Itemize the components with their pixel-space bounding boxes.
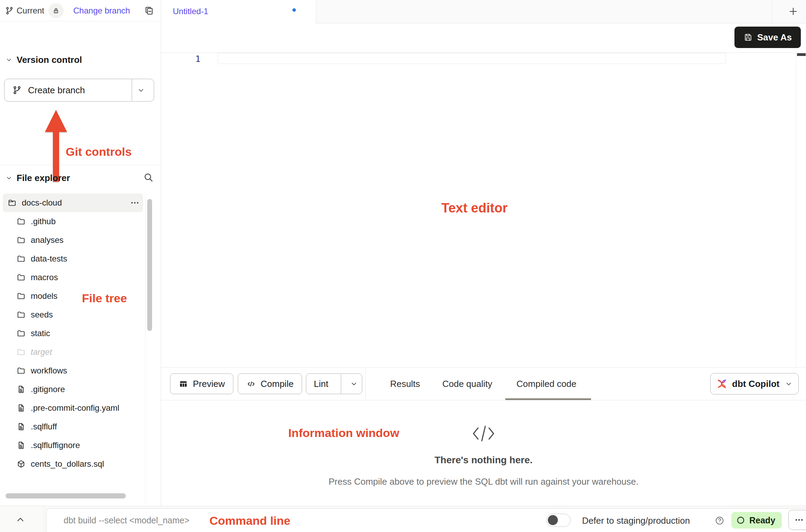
version-control-title: Version control: [17, 55, 82, 65]
dbt-cloud-ide: Current Change branch Version control Cr…: [0, 0, 806, 532]
tree-item-data-tests[interactable]: data-tests: [3, 249, 143, 268]
tree-item-target[interactable]: target: [3, 343, 143, 361]
model-icon: [17, 459, 26, 468]
code-icon: [472, 425, 495, 443]
button-divider: [132, 79, 132, 101]
tree-item-.sqlfluffignore[interactable]: .sqlfluffignore: [3, 436, 143, 455]
file-tree: docs-cloud.githubanalysesdata-testsmacro…: [0, 193, 161, 473]
table-icon: [179, 379, 188, 389]
text-editor-annotation: Text editor: [441, 201, 507, 216]
command-line-annotation: Command line: [209, 514, 290, 528]
tree-item-label: docs-cloud: [22, 198, 62, 208]
tree-item-label: .sqlfluffignore: [31, 440, 80, 450]
ready-label: Ready: [749, 515, 775, 525]
tree-item-label: .github: [31, 217, 56, 226]
panel-tab-compiled-code[interactable]: Compiled code: [503, 368, 590, 400]
file-tree-vertical-scrollbar[interactable]: [147, 199, 152, 331]
git-controls-arrow: [44, 109, 68, 183]
command-input[interactable]: [63, 511, 222, 530]
compile-label: Compile: [261, 379, 293, 389]
file-icon: [17, 403, 26, 412]
chevron-down-icon[interactable]: [137, 86, 145, 94]
tree-item-label: data-tests: [31, 254, 67, 264]
tree-item-label: .pre-commit-config.yaml: [31, 403, 119, 413]
unsaved-changes-dot: [292, 8, 296, 12]
code-icon: [246, 379, 256, 389]
save-as-label: Save As: [757, 32, 792, 43]
tree-item-static[interactable]: static: [3, 324, 143, 343]
ellipsis-icon: [794, 515, 804, 525]
tree-item-label: target: [31, 347, 52, 357]
folder-icon: [17, 254, 26, 263]
defer-label: Defer to staging/production: [582, 509, 690, 532]
help-icon[interactable]: [715, 516, 724, 525]
tree-item-workflows[interactable]: workflows: [3, 361, 143, 380]
file-explorer-title: File explorer: [17, 173, 70, 183]
tree-item-.sqlfluff[interactable]: .sqlfluff: [3, 417, 143, 436]
change-branch-link[interactable]: Change branch: [73, 0, 130, 21]
empty-state-subtitle: Press Compile above to preview the SQL d…: [161, 476, 806, 487]
lock-icon: [52, 7, 60, 15]
editor-toolbar: Save As: [161, 23, 806, 53]
folder-icon: [17, 366, 26, 375]
tree-item-macros[interactable]: macros: [3, 268, 143, 287]
version-control-section: Version control Create branch Git contro…: [0, 21, 161, 165]
folder-icon: [17, 273, 26, 282]
folder-icon: [17, 217, 26, 226]
active-line-highlight[interactable]: [218, 53, 726, 64]
lint-dropdown[interactable]: [346, 380, 362, 388]
file-icon: [17, 441, 26, 450]
editor-tab-strip: Untitled-1: [161, 0, 806, 23]
tree-item-.pre-commit-config.yaml[interactable]: .pre-commit-config.yaml: [3, 399, 143, 417]
sidebar: Current Change branch Version control Cr…: [0, 0, 161, 506]
tree-item-.gitignore[interactable]: .gitignore: [3, 380, 143, 399]
file-icon: [17, 422, 26, 431]
defer-toggle[interactable]: [546, 514, 571, 527]
more-options-button[interactable]: [788, 510, 806, 530]
collapse-version-control-icon[interactable]: [6, 56, 12, 63]
command-bar: Command line Defer to staging/production…: [0, 506, 806, 532]
new-tab-button[interactable]: [788, 6, 798, 17]
tree-item-.github[interactable]: .github: [3, 212, 143, 231]
tree-item-analyses[interactable]: analyses: [3, 231, 143, 249]
more-options-icon[interactable]: [130, 198, 140, 208]
copy-branch-name-icon[interactable]: [144, 6, 154, 16]
panel-tab-code-quality[interactable]: Code quality: [436, 368, 498, 400]
tree-item-cents_to_dollars.sql[interactable]: cents_to_dollars.sql: [3, 455, 143, 473]
create-branch-button[interactable]: Create branch: [4, 79, 154, 102]
git-branch-icon: [5, 6, 14, 15]
file-tree-horizontal-scrollbar[interactable]: [6, 493, 126, 498]
dbt-copilot-button[interactable]: dbt Copilot: [710, 373, 799, 395]
chevron-down-icon: [350, 380, 358, 388]
editor-vertical-scrollbar[interactable]: [797, 53, 806, 56]
lint-split-button[interactable]: Lint: [306, 373, 362, 394]
text-editor[interactable]: 1 Text editor: [161, 53, 806, 367]
panel-actions-row: Preview Compile Lint Results Code qualit…: [161, 368, 806, 400]
collapse-file-explorer-icon[interactable]: [6, 174, 12, 181]
line-number: 1: [187, 54, 200, 64]
tree-item-seeds[interactable]: seeds: [3, 305, 143, 324]
tree-item-label: seeds: [31, 310, 53, 320]
search-icon[interactable]: [143, 172, 153, 182]
command-drawer: Command line Defer to staging/production…: [46, 508, 806, 532]
command-bar-divider: [44, 506, 44, 532]
active-tab-underline: [505, 398, 591, 400]
git-header: Current Change branch: [0, 0, 161, 21]
tab-label: Untitled-1: [173, 0, 208, 23]
tab-strip-separator: [772, 0, 772, 23]
current-branch-label: Current: [17, 0, 44, 21]
tree-item-label: models: [31, 291, 57, 301]
lint-label[interactable]: Lint: [306, 379, 336, 389]
expand-command-panel-icon[interactable]: [15, 514, 26, 525]
tree-item-docs-cloud[interactable]: docs-cloud: [3, 193, 143, 212]
preview-button[interactable]: Preview: [170, 373, 233, 394]
save-icon: [743, 33, 752, 42]
save-as-button[interactable]: Save As: [734, 27, 801, 48]
panel-tab-results[interactable]: Results: [382, 368, 428, 400]
folder-icon: [17, 348, 26, 357]
tab-untitled-1[interactable]: Untitled-1: [161, 0, 316, 23]
compile-button[interactable]: Compile: [238, 373, 302, 394]
folder-icon: [17, 236, 26, 245]
chevron-down-icon: [785, 380, 793, 388]
tree-item-label: .gitignore: [31, 384, 65, 394]
